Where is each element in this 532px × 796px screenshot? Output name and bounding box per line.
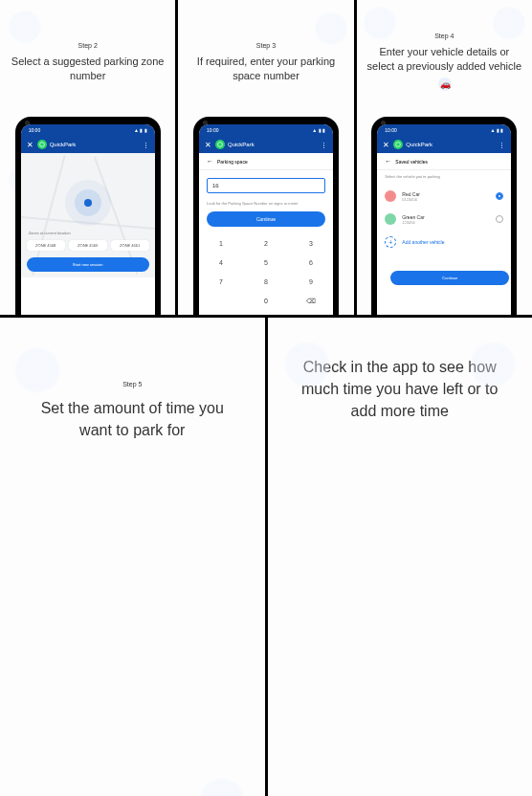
map-view[interactable]: Zones at current location ZONE 4568 ZONE… — [21, 153, 155, 277]
key-5[interactable]: 5 — [244, 254, 288, 272]
key-8[interactable]: 8 — [244, 273, 288, 291]
step-label: Step 4 — [357, 33, 532, 39]
vehicle-row[interactable]: Green Car123456 — [377, 208, 511, 231]
app-logo-icon — [393, 140, 403, 149]
plus-icon: + — [385, 236, 396, 248]
overflow-menu-icon[interactable]: ⋯ — [142, 142, 150, 148]
back-arrow-icon[interactable]: ← — [385, 158, 391, 165]
app-title: QuickPark — [50, 142, 143, 147]
key-backspace[interactable]: ⌫ — [289, 292, 333, 311]
input-hint: Look for the Parking Space Number on sig… — [207, 201, 325, 206]
overflow-menu-icon[interactable]: ⋯ — [498, 142, 506, 148]
key-2[interactable]: 2 — [244, 234, 288, 253]
step-caption: Set the amount of time you want to park … — [0, 387, 265, 451]
key-0[interactable]: 0 — [244, 292, 288, 311]
panel-step2: Step 2 Select a suggested parking zone n… — [0, 0, 178, 315]
subheader: Select the vehicle you're parking — [385, 174, 503, 179]
key-3[interactable]: 3 — [289, 234, 333, 253]
app-logo-icon — [215, 140, 225, 149]
app-bar: ✕ QuickPark ⋯ — [21, 136, 155, 153]
vehicle-avatar-icon — [385, 213, 396, 225]
panel-step3: Step 3 If required, enter your parking s… — [178, 0, 356, 315]
sheet-header: ← Parking space — [199, 153, 333, 170]
key-4[interactable]: 4 — [199, 254, 243, 272]
close-icon[interactable]: ✕ — [205, 141, 211, 149]
add-vehicle-row[interactable]: + Add another vehicle — [377, 231, 511, 254]
panel-step5: Step 5 Set the amount of time you want t… — [0, 318, 268, 796]
key-1[interactable]: 1 — [199, 234, 243, 253]
step-label: Step 2 — [0, 42, 175, 49]
close-icon[interactable]: ✕ — [27, 141, 33, 149]
status-bar: 10:00▲ ▮ ▮ — [21, 124, 155, 136]
car-icon: 🚗 — [438, 77, 452, 91]
key-empty — [199, 292, 243, 311]
radio-unselected[interactable] — [496, 215, 503, 223]
key-6[interactable]: 6 — [289, 254, 333, 272]
step-caption: Check in the app to see how much time yo… — [268, 346, 533, 432]
overflow-menu-icon[interactable]: ⋯ — [320, 142, 328, 148]
zone-chip[interactable]: ZONE 4568 — [27, 240, 65, 251]
phone-frame: 10:00▲ ▮ ▮ ✕ QuickPark ⋯ ← Parking space… — [193, 117, 339, 315]
step-caption: If required, enter your parking space nu… — [178, 49, 353, 90]
zone-chip[interactable]: ZONE 4661 — [111, 240, 149, 251]
step-label: Step 5 — [0, 381, 265, 387]
back-arrow-icon[interactable]: ← — [207, 158, 213, 165]
key-7[interactable]: 7 — [199, 273, 243, 291]
panel-step4: Step 4 Enter your vehicle details or sel… — [357, 0, 532, 315]
svg-point-2 — [396, 143, 401, 147]
vehicle-row[interactable]: Red Car0123456 — [377, 185, 511, 208]
svg-point-0 — [39, 143, 44, 147]
step-caption: Enter your vehicle details or select a p… — [357, 39, 532, 97]
zone-chip[interactable]: ZONE 4569 — [69, 240, 107, 251]
app-logo-icon — [37, 140, 47, 149]
step-label: Step 3 — [178, 42, 353, 49]
radio-selected[interactable] — [496, 192, 503, 200]
panel-check-in: Check in the app to see how much time yo… — [268, 318, 533, 796]
step-caption: Select a suggested parking zone number — [0, 49, 175, 90]
vehicle-avatar-icon — [385, 190, 396, 202]
continue-button[interactable]: Continue — [390, 271, 509, 285]
location-dot-icon — [84, 199, 92, 207]
close-icon[interactable]: ✕ — [383, 141, 389, 149]
key-9[interactable]: 9 — [289, 273, 333, 291]
continue-button[interactable]: Continue — [207, 211, 325, 227]
space-number-input[interactable]: 16 — [207, 178, 325, 193]
start-session-button[interactable]: Start new session — [27, 257, 149, 272]
svg-point-1 — [218, 143, 223, 147]
zones-heading: Zones at current location — [29, 231, 71, 235]
numeric-keypad: 1 2 3 4 5 6 7 8 9 0 ⌫ — [199, 234, 333, 311]
phone-frame: 10:00▲ ▮ ▮ ✕ QuickPark ⋯ Zones at curren… — [15, 117, 161, 315]
phone-frame: 10:00▲ ▮ ▮ ✕ QuickPark ⋯ ←Saved vehicles… — [371, 117, 517, 315]
